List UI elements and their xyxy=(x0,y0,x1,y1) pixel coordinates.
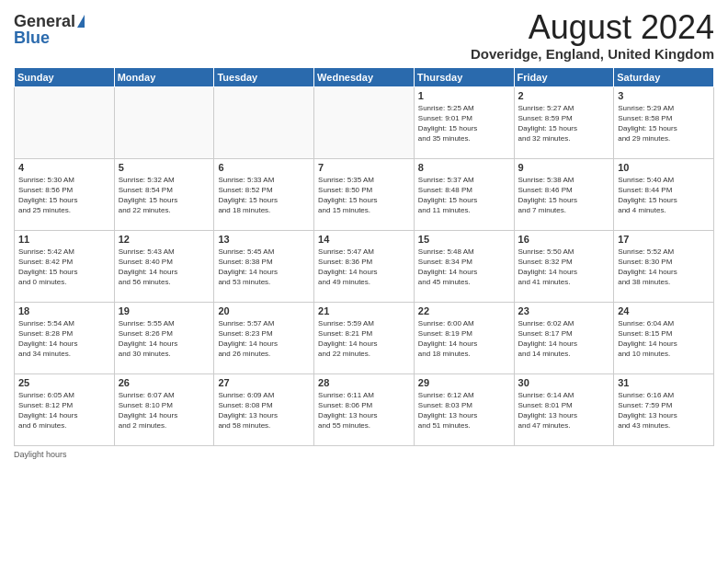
day-number: 23 xyxy=(518,305,610,316)
day-number: 4 xyxy=(18,162,110,173)
day-info: Sunrise: 6:11 AM Sunset: 8:06 PM Dayligh… xyxy=(318,390,410,431)
month-title: August 2024 xyxy=(471,9,714,46)
calendar-cell: 31Sunrise: 6:16 AM Sunset: 7:59 PM Dayli… xyxy=(614,373,714,445)
day-info: Sunrise: 5:48 AM Sunset: 8:34 PM Dayligh… xyxy=(418,247,510,288)
day-info: Sunrise: 6:16 AM Sunset: 7:59 PM Dayligh… xyxy=(618,390,710,431)
day-number: 28 xyxy=(318,377,410,388)
day-number: 9 xyxy=(518,162,610,173)
calendar-cell xyxy=(15,86,115,158)
calendar-cell: 28Sunrise: 6:11 AM Sunset: 8:06 PM Dayli… xyxy=(314,373,415,445)
calendar-cell: 8Sunrise: 5:37 AM Sunset: 8:48 PM Daylig… xyxy=(414,158,514,230)
calendar-cell: 21Sunrise: 5:59 AM Sunset: 8:21 PM Dayli… xyxy=(314,302,415,373)
footer: Daylight hours xyxy=(14,450,714,459)
day-info: Sunrise: 5:30 AM Sunset: 8:56 PM Dayligh… xyxy=(18,175,110,216)
day-info: Sunrise: 6:09 AM Sunset: 8:08 PM Dayligh… xyxy=(218,390,310,431)
day-info: Sunrise: 5:33 AM Sunset: 8:52 PM Dayligh… xyxy=(218,175,310,216)
day-number: 25 xyxy=(18,377,110,388)
day-header-monday: Monday xyxy=(114,67,214,86)
day-info: Sunrise: 5:54 AM Sunset: 8:28 PM Dayligh… xyxy=(18,318,110,360)
day-info: Sunrise: 6:14 AM Sunset: 8:01 PM Dayligh… xyxy=(518,390,610,431)
day-number: 21 xyxy=(318,305,410,316)
calendar-cell: 18Sunrise: 5:54 AM Sunset: 8:28 PM Dayli… xyxy=(15,302,115,373)
day-number: 12 xyxy=(119,234,210,245)
day-number: 16 xyxy=(518,234,610,245)
calendar-cell: 24Sunrise: 6:04 AM Sunset: 8:15 PM Dayli… xyxy=(614,302,714,373)
calendar-cell: 19Sunrise: 5:55 AM Sunset: 8:26 PM Dayli… xyxy=(114,302,214,373)
day-info: Sunrise: 5:47 AM Sunset: 8:36 PM Dayligh… xyxy=(318,247,410,288)
day-header-friday: Friday xyxy=(514,67,614,86)
day-number: 7 xyxy=(318,162,410,173)
calendar-cell xyxy=(114,86,214,158)
calendar-cell: 3Sunrise: 5:29 AM Sunset: 8:58 PM Daylig… xyxy=(614,86,714,158)
day-info: Sunrise: 5:42 AM Sunset: 8:42 PM Dayligh… xyxy=(18,247,110,288)
calendar-cell: 4Sunrise: 5:30 AM Sunset: 8:56 PM Daylig… xyxy=(15,158,115,230)
logo-blue: Blue xyxy=(14,29,50,46)
day-number: 14 xyxy=(318,234,410,245)
day-number: 29 xyxy=(418,377,510,388)
day-info: Sunrise: 6:02 AM Sunset: 8:17 PM Dayligh… xyxy=(518,318,610,360)
day-info: Sunrise: 5:45 AM Sunset: 8:38 PM Dayligh… xyxy=(218,247,310,288)
day-number: 6 xyxy=(218,162,310,173)
day-info: Sunrise: 5:38 AM Sunset: 8:46 PM Dayligh… xyxy=(518,175,610,216)
calendar-cell: 1Sunrise: 5:25 AM Sunset: 9:01 PM Daylig… xyxy=(414,86,514,158)
calendar-cell: 23Sunrise: 6:02 AM Sunset: 8:17 PM Dayli… xyxy=(514,302,614,373)
day-header-tuesday: Tuesday xyxy=(214,67,314,86)
day-info: Sunrise: 5:59 AM Sunset: 8:21 PM Dayligh… xyxy=(318,318,410,360)
day-info: Sunrise: 6:05 AM Sunset: 8:12 PM Dayligh… xyxy=(18,390,110,431)
day-header-sunday: Sunday xyxy=(15,67,115,86)
day-number: 1 xyxy=(418,90,510,101)
day-number: 3 xyxy=(618,90,710,101)
day-number: 10 xyxy=(618,162,710,173)
calendar-cell: 22Sunrise: 6:00 AM Sunset: 8:19 PM Dayli… xyxy=(414,302,514,373)
week-row-4: 25Sunrise: 6:05 AM Sunset: 8:12 PM Dayli… xyxy=(15,373,714,445)
day-header-thursday: Thursday xyxy=(414,67,514,86)
day-number: 26 xyxy=(119,377,210,388)
day-number: 5 xyxy=(119,162,210,173)
day-info: Sunrise: 6:04 AM Sunset: 8:15 PM Dayligh… xyxy=(618,318,710,360)
week-row-0: 1Sunrise: 5:25 AM Sunset: 9:01 PM Daylig… xyxy=(15,86,714,158)
calendar-cell: 6Sunrise: 5:33 AM Sunset: 8:52 PM Daylig… xyxy=(214,158,314,230)
logo-general: General xyxy=(14,13,75,29)
page: General Blue August 2024 Doveridge, Engl… xyxy=(0,0,728,563)
day-info: Sunrise: 5:29 AM Sunset: 8:58 PM Dayligh… xyxy=(618,103,710,144)
day-info: Sunrise: 5:40 AM Sunset: 8:44 PM Dayligh… xyxy=(618,175,710,216)
calendar-cell: 27Sunrise: 6:09 AM Sunset: 8:08 PM Dayli… xyxy=(214,373,314,445)
day-number: 22 xyxy=(418,305,510,316)
day-info: Sunrise: 5:50 AM Sunset: 8:32 PM Dayligh… xyxy=(518,247,610,288)
day-number: 20 xyxy=(218,305,310,316)
calendar-cell xyxy=(314,86,415,158)
day-number: 19 xyxy=(119,305,210,316)
day-info: Sunrise: 6:07 AM Sunset: 8:10 PM Dayligh… xyxy=(119,390,210,431)
calendar-cell: 16Sunrise: 5:50 AM Sunset: 8:32 PM Dayli… xyxy=(514,230,614,302)
calendar-cell: 17Sunrise: 5:52 AM Sunset: 8:30 PM Dayli… xyxy=(614,230,714,302)
day-number: 30 xyxy=(518,377,610,388)
week-row-2: 11Sunrise: 5:42 AM Sunset: 8:42 PM Dayli… xyxy=(15,230,714,302)
day-info: Sunrise: 5:25 AM Sunset: 9:01 PM Dayligh… xyxy=(418,103,510,144)
day-header-saturday: Saturday xyxy=(614,67,714,86)
logo: General Blue xyxy=(14,13,85,46)
day-info: Sunrise: 5:57 AM Sunset: 8:23 PM Dayligh… xyxy=(218,318,310,360)
calendar-cell: 25Sunrise: 6:05 AM Sunset: 8:12 PM Dayli… xyxy=(15,373,115,445)
calendar-cell: 14Sunrise: 5:47 AM Sunset: 8:36 PM Dayli… xyxy=(314,230,415,302)
day-number: 2 xyxy=(518,90,610,101)
title-block: August 2024 Doveridge, England, United K… xyxy=(471,9,714,62)
day-info: Sunrise: 5:27 AM Sunset: 8:59 PM Dayligh… xyxy=(518,103,610,144)
day-header-wednesday: Wednesday xyxy=(314,67,415,86)
calendar-cell: 29Sunrise: 6:12 AM Sunset: 8:03 PM Dayli… xyxy=(414,373,514,445)
week-row-1: 4Sunrise: 5:30 AM Sunset: 8:56 PM Daylig… xyxy=(15,158,714,230)
day-number: 13 xyxy=(218,234,310,245)
day-info: Sunrise: 6:00 AM Sunset: 8:19 PM Dayligh… xyxy=(418,318,510,360)
calendar-cell: 30Sunrise: 6:14 AM Sunset: 8:01 PM Dayli… xyxy=(514,373,614,445)
calendar-cell: 5Sunrise: 5:32 AM Sunset: 8:54 PM Daylig… xyxy=(114,158,214,230)
week-row-3: 18Sunrise: 5:54 AM Sunset: 8:28 PM Dayli… xyxy=(15,302,714,373)
day-number: 11 xyxy=(18,234,110,245)
calendar-cell: 13Sunrise: 5:45 AM Sunset: 8:38 PM Dayli… xyxy=(214,230,314,302)
day-number: 8 xyxy=(418,162,510,173)
header: General Blue August 2024 Doveridge, Engl… xyxy=(14,9,714,62)
day-info: Sunrise: 5:35 AM Sunset: 8:50 PM Dayligh… xyxy=(318,175,410,216)
calendar-cell: 7Sunrise: 5:35 AM Sunset: 8:50 PM Daylig… xyxy=(314,158,415,230)
calendar-header-row: SundayMondayTuesdayWednesdayThursdayFrid… xyxy=(15,67,714,86)
day-number: 31 xyxy=(618,377,710,388)
day-info: Sunrise: 6:12 AM Sunset: 8:03 PM Dayligh… xyxy=(418,390,510,431)
calendar-cell: 20Sunrise: 5:57 AM Sunset: 8:23 PM Dayli… xyxy=(214,302,314,373)
